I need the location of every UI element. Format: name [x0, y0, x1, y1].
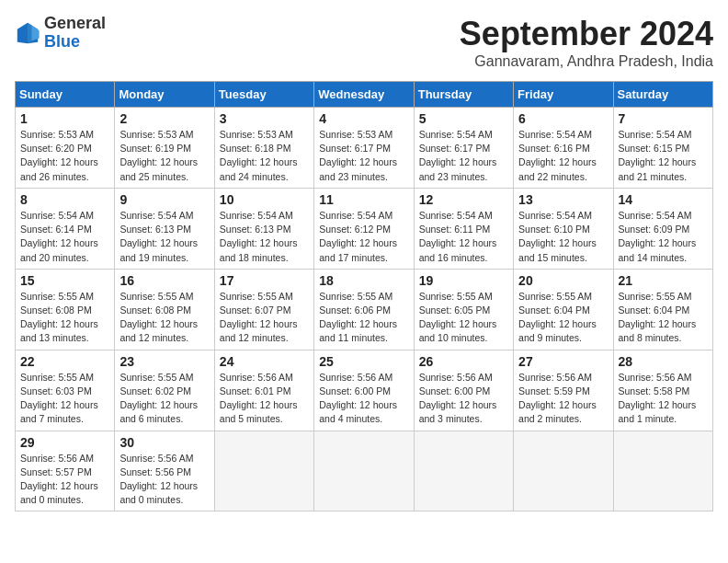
day-info: Sunrise: 5:56 AM Sunset: 5:57 PM Dayligh…	[20, 452, 109, 508]
day-number: 9	[119, 192, 209, 207]
calendar-cell	[514, 431, 613, 511]
calendar-cell	[214, 431, 313, 511]
day-info: Sunrise: 5:55 AM Sunset: 6:04 PM Dayligh…	[518, 290, 608, 346]
calendar-cell: 26 Sunrise: 5:56 AM Sunset: 6:00 PM Dayl…	[414, 350, 513, 431]
calendar: SundayMondayTuesdayWednesdayThursdayFrid…	[15, 81, 713, 511]
day-info: Sunrise: 5:54 AM Sunset: 6:10 PM Dayligh…	[518, 209, 608, 265]
day-number: 16	[119, 273, 209, 288]
day-number: 27	[518, 354, 608, 369]
day-info: Sunrise: 5:56 AM Sunset: 5:59 PM Dayligh…	[518, 371, 608, 427]
day-of-week-header: Tuesday	[214, 82, 313, 108]
day-of-week-header: Thursday	[414, 82, 513, 108]
day-number: 8	[20, 192, 109, 207]
calendar-cell: 7 Sunrise: 5:54 AM Sunset: 6:15 PM Dayli…	[613, 108, 712, 189]
day-number: 28	[619, 354, 708, 369]
day-number: 12	[419, 192, 508, 207]
calendar-cell: 10 Sunrise: 5:54 AM Sunset: 6:13 PM Dayl…	[214, 188, 313, 269]
day-number: 10	[220, 192, 309, 207]
day-info: Sunrise: 5:56 AM Sunset: 6:00 PM Dayligh…	[319, 371, 408, 427]
calendar-cell: 3 Sunrise: 5:53 AM Sunset: 6:18 PM Dayli…	[214, 108, 313, 189]
calendar-cell: 23 Sunrise: 5:55 AM Sunset: 6:02 PM Dayl…	[115, 350, 214, 431]
calendar-cell: 17 Sunrise: 5:55 AM Sunset: 6:07 PM Dayl…	[214, 269, 313, 350]
day-number: 6	[518, 111, 608, 126]
day-number: 19	[419, 273, 508, 288]
logo-icon	[15, 20, 40, 46]
day-info: Sunrise: 5:55 AM Sunset: 6:05 PM Dayligh…	[419, 290, 508, 346]
day-info: Sunrise: 5:55 AM Sunset: 6:07 PM Dayligh…	[220, 290, 309, 346]
calendar-cell: 28 Sunrise: 5:56 AM Sunset: 5:58 PM Dayl…	[613, 350, 712, 431]
day-info: Sunrise: 5:55 AM Sunset: 6:03 PM Dayligh…	[20, 371, 109, 427]
day-info: Sunrise: 5:54 AM Sunset: 6:12 PM Dayligh…	[319, 209, 408, 265]
day-number: 22	[20, 354, 109, 369]
day-of-week-header: Wednesday	[314, 82, 414, 108]
location-title: Gannavaram, Andhra Pradesh, India	[460, 53, 713, 70]
day-info: Sunrise: 5:54 AM Sunset: 6:15 PM Dayligh…	[619, 128, 708, 184]
logo-text: General Blue	[44, 15, 106, 52]
day-info: Sunrise: 5:54 AM Sunset: 6:13 PM Dayligh…	[119, 209, 209, 265]
day-info: Sunrise: 5:55 AM Sunset: 6:08 PM Dayligh…	[119, 290, 209, 346]
day-info: Sunrise: 5:55 AM Sunset: 6:08 PM Dayligh…	[20, 290, 109, 346]
day-of-week-header: Sunday	[16, 82, 115, 108]
day-number: 13	[518, 192, 608, 207]
day-number: 21	[619, 273, 708, 288]
calendar-cell: 8 Sunrise: 5:54 AM Sunset: 6:14 PM Dayli…	[16, 188, 115, 269]
calendar-cell: 2 Sunrise: 5:53 AM Sunset: 6:19 PM Dayli…	[115, 108, 214, 189]
day-number: 2	[119, 111, 209, 126]
day-number: 7	[619, 111, 708, 126]
day-number: 29	[20, 435, 109, 450]
calendar-cell: 19 Sunrise: 5:55 AM Sunset: 6:05 PM Dayl…	[414, 269, 513, 350]
calendar-cell: 22 Sunrise: 5:55 AM Sunset: 6:03 PM Dayl…	[16, 350, 115, 431]
day-number: 30	[119, 435, 209, 450]
month-title: September 2024	[460, 15, 713, 53]
day-info: Sunrise: 5:53 AM Sunset: 6:19 PM Dayligh…	[119, 128, 209, 184]
day-number: 24	[220, 354, 309, 369]
day-info: Sunrise: 5:56 AM Sunset: 5:56 PM Dayligh…	[119, 452, 209, 508]
day-number: 23	[119, 354, 209, 369]
day-info: Sunrise: 5:53 AM Sunset: 6:20 PM Dayligh…	[20, 128, 109, 184]
calendar-cell: 21 Sunrise: 5:55 AM Sunset: 6:04 PM Dayl…	[613, 269, 712, 350]
calendar-cell: 16 Sunrise: 5:55 AM Sunset: 6:08 PM Dayl…	[115, 269, 214, 350]
day-info: Sunrise: 5:54 AM Sunset: 6:11 PM Dayligh…	[419, 209, 508, 265]
day-number: 18	[319, 273, 408, 288]
day-info: Sunrise: 5:53 AM Sunset: 6:18 PM Dayligh…	[220, 128, 309, 184]
day-info: Sunrise: 5:53 AM Sunset: 6:17 PM Dayligh…	[319, 128, 408, 184]
calendar-cell: 4 Sunrise: 5:53 AM Sunset: 6:17 PM Dayli…	[314, 108, 414, 189]
day-number: 26	[419, 354, 508, 369]
day-info: Sunrise: 5:55 AM Sunset: 6:04 PM Dayligh…	[619, 290, 708, 346]
day-info: Sunrise: 5:55 AM Sunset: 6:02 PM Dayligh…	[119, 371, 209, 427]
calendar-cell	[314, 431, 414, 511]
day-of-week-header: Friday	[514, 82, 613, 108]
day-info: Sunrise: 5:55 AM Sunset: 6:06 PM Dayligh…	[319, 290, 408, 346]
calendar-cell: 13 Sunrise: 5:54 AM Sunset: 6:10 PM Dayl…	[514, 188, 613, 269]
day-number: 5	[419, 111, 508, 126]
calendar-cell: 30 Sunrise: 5:56 AM Sunset: 5:56 PM Dayl…	[115, 431, 214, 511]
calendar-cell: 1 Sunrise: 5:53 AM Sunset: 6:20 PM Dayli…	[16, 108, 115, 189]
calendar-cell: 12 Sunrise: 5:54 AM Sunset: 6:11 PM Dayl…	[414, 188, 513, 269]
day-of-week-header: Saturday	[613, 82, 712, 108]
day-number: 14	[619, 192, 708, 207]
calendar-cell: 29 Sunrise: 5:56 AM Sunset: 5:57 PM Dayl…	[16, 431, 115, 511]
day-number: 11	[319, 192, 408, 207]
day-info: Sunrise: 5:54 AM Sunset: 6:17 PM Dayligh…	[419, 128, 508, 184]
day-number: 4	[319, 111, 408, 126]
calendar-cell: 24 Sunrise: 5:56 AM Sunset: 6:01 PM Dayl…	[214, 350, 313, 431]
calendar-cell	[414, 431, 513, 511]
calendar-cell: 11 Sunrise: 5:54 AM Sunset: 6:12 PM Dayl…	[314, 188, 414, 269]
calendar-cell: 9 Sunrise: 5:54 AM Sunset: 6:13 PM Dayli…	[115, 188, 214, 269]
calendar-cell: 18 Sunrise: 5:55 AM Sunset: 6:06 PM Dayl…	[314, 269, 414, 350]
day-number: 17	[220, 273, 309, 288]
day-info: Sunrise: 5:54 AM Sunset: 6:13 PM Dayligh…	[220, 209, 309, 265]
calendar-cell: 25 Sunrise: 5:56 AM Sunset: 6:00 PM Dayl…	[314, 350, 414, 431]
day-number: 25	[319, 354, 408, 369]
calendar-cell: 14 Sunrise: 5:54 AM Sunset: 6:09 PM Dayl…	[613, 188, 712, 269]
calendar-cell: 5 Sunrise: 5:54 AM Sunset: 6:17 PM Dayli…	[414, 108, 513, 189]
day-number: 3	[220, 111, 309, 126]
calendar-cell	[613, 431, 712, 511]
day-info: Sunrise: 5:56 AM Sunset: 5:58 PM Dayligh…	[619, 371, 708, 427]
day-info: Sunrise: 5:56 AM Sunset: 6:00 PM Dayligh…	[419, 371, 508, 427]
day-of-week-header: Monday	[115, 82, 214, 108]
calendar-cell: 27 Sunrise: 5:56 AM Sunset: 5:59 PM Dayl…	[514, 350, 613, 431]
calendar-cell: 6 Sunrise: 5:54 AM Sunset: 6:16 PM Dayli…	[514, 108, 613, 189]
svg-marker-2	[28, 23, 31, 43]
day-number: 20	[518, 273, 608, 288]
